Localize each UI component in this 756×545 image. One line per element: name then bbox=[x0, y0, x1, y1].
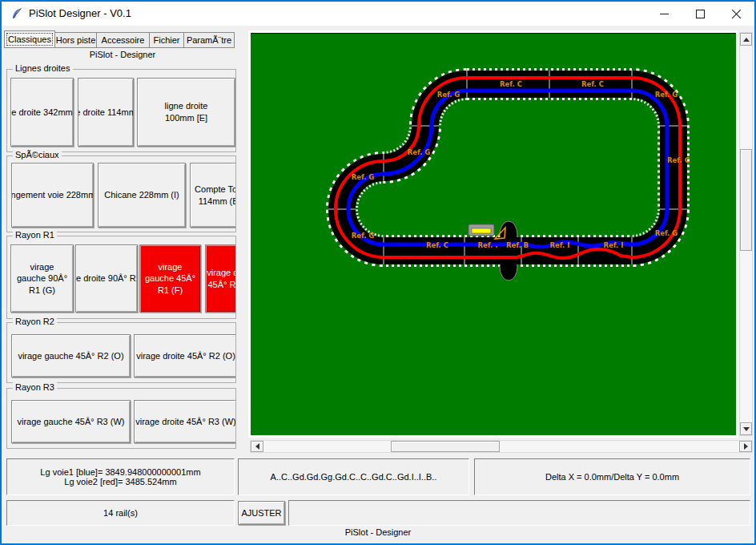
button-ligne-droite-342[interactable]: ligne droite 342mm [C] bbox=[10, 78, 74, 147]
ref-label: Ref. G bbox=[352, 173, 375, 181]
tab-parametre[interactable]: ParamÃ¨tre bbox=[183, 32, 235, 48]
group-rayon-r3-body: virage gauche 45Â° R3 (W) virage droite … bbox=[7, 389, 235, 448]
group-rayon-r2: Rayon R2 virage gauche 45Â° R2 (O) virag… bbox=[6, 322, 236, 383]
arrow-down-icon bbox=[743, 427, 750, 434]
canvas-frame: Ref. C Ref. C Ref. G Ref. G Ref. C Ref. … bbox=[248, 30, 738, 438]
start-piece bbox=[468, 224, 494, 236]
button-virage-droite-90-r1[interactable]: virage droite 90Â° R1 (G) bbox=[75, 244, 138, 313]
ajuster-button[interactable]: AJUSTER bbox=[238, 501, 285, 525]
canvas-area: Ref. C Ref. C Ref. G Ref. G Ref. C Ref. … bbox=[251, 33, 736, 435]
scroll-right-button[interactable] bbox=[739, 441, 752, 452]
lane1-length-text: Lg voie1 [blue]= 3849.948000000001mm bbox=[40, 467, 200, 477]
group-lignes-droites-body: ligne droite 342mm [C] ligne droite 114m… bbox=[7, 70, 235, 151]
button-ligne-droite-100[interactable]: ligne droite 100mm [E] bbox=[137, 78, 235, 147]
canvas-vertical-scrollbar[interactable] bbox=[739, 32, 753, 436]
minimize-icon bbox=[660, 14, 669, 14]
group-rayon-r2-body: virage gauche 45Â° R2 (O) virage droite … bbox=[7, 323, 235, 382]
tab-classiques[interactable]: Classiques bbox=[4, 30, 55, 48]
maximize-button[interactable] bbox=[682, 2, 718, 26]
ref-label: Ref. G bbox=[408, 148, 431, 156]
ref-label: Ref. I bbox=[550, 241, 570, 249]
button-changement-voie[interactable]: Changement voie 228mm (H) bbox=[11, 163, 94, 228]
app-feather-icon bbox=[10, 7, 23, 20]
ref-label: Ref. C bbox=[581, 80, 604, 88]
group-lignes-droites: Lignes droites ligne droite 342mm [C] li… bbox=[6, 69, 236, 152]
ref-label: Ref. I bbox=[604, 241, 624, 249]
maximize-icon bbox=[696, 10, 705, 18]
group-rayon-r1: Rayon R1 virage gauche 90Â° R1 (G) virag… bbox=[6, 236, 236, 319]
tab-bar: Classiques Hors piste Accessoire Fichier… bbox=[5, 30, 235, 48]
tab-accessoire[interactable]: Accessoire bbox=[96, 32, 150, 48]
lane-length-status: Lg voie1 [blue]= 3849.948000000001mm Lg … bbox=[6, 458, 235, 495]
ref-label: Ref. G bbox=[437, 91, 460, 99]
group-speciaux: SpÃ©ciaux Changement voie 228mm (H) Chic… bbox=[6, 155, 236, 232]
delta-text: Delta X = 0.0mm/Delta Y = 0.0mm bbox=[545, 472, 679, 482]
scroll-left-button[interactable] bbox=[251, 441, 263, 452]
window-title: PiSlot Designer - V0.1 bbox=[29, 2, 131, 26]
close-icon bbox=[731, 9, 742, 19]
panel-subtitle: PiSlot - Designer bbox=[5, 50, 240, 59]
group-rayon-r1-body: virage gauche 90Â° R1 (G) virage droite … bbox=[7, 236, 235, 318]
vertical-scroll-thumb[interactable] bbox=[740, 149, 752, 251]
tab-hors-piste[interactable]: Hors piste bbox=[54, 32, 97, 48]
track-canvas[interactable]: Ref. C Ref. C Ref. G Ref. G Ref. C Ref. … bbox=[251, 33, 736, 435]
ref-label: Ref. C bbox=[667, 156, 690, 164]
group-rayon-r3: Rayon R3 virage gauche 45Â° R3 (W) virag… bbox=[6, 388, 236, 449]
button-virage-gauche-45-r2[interactable]: virage gauche 45Â° R2 (O) bbox=[11, 334, 131, 377]
tab-fichier[interactable]: Fichier bbox=[149, 32, 184, 48]
scroll-down-button[interactable] bbox=[740, 422, 752, 435]
scroll-up-button[interactable] bbox=[740, 33, 752, 46]
sequence-text: A..C..Gd.Gd.Gg.Gd.C..C..Gd.C..Gd.I..I..B… bbox=[271, 472, 437, 482]
button-chicane[interactable]: Chicane 228mm (I) bbox=[98, 163, 186, 228]
button-compte-tour[interactable]: Compte Tour 114mm (B) bbox=[190, 163, 235, 228]
ref-label: Ref. C bbox=[500, 80, 522, 88]
ref-label: Ref. C bbox=[426, 241, 448, 249]
button-ligne-droite-114[interactable]: ligne droite 114mm [D] bbox=[78, 78, 134, 147]
arrow-up-icon bbox=[743, 34, 750, 42]
button-virage-gauche-45-r1[interactable]: virage gauche 45Â° R1 (F) bbox=[139, 244, 201, 313]
canvas-horizontal-scrollbar[interactable] bbox=[250, 440, 753, 453]
rail-count-status: 14 rail(s) bbox=[6, 500, 235, 526]
empty-status-box bbox=[288, 500, 750, 526]
ref-label: Ref. G bbox=[352, 232, 375, 240]
app-window: PiSlot Designer - V0.1 Classiques Hors p… bbox=[0, 0, 756, 545]
sequence-status: A..C..Gd.Gd.Gg.Gd.C..C..Gd.C..Gd.I..I..B… bbox=[238, 458, 469, 495]
button-virage-gauche-45-r3[interactable]: virage gauche 45Â° R3 (W) bbox=[11, 400, 131, 443]
button-virage-droite-45-r1[interactable]: virage droite 45Â° R1 (F) bbox=[205, 244, 235, 313]
button-virage-gauche-90-r1[interactable]: virage gauche 90Â° R1 (G) bbox=[10, 244, 74, 313]
minimize-button[interactable] bbox=[646, 2, 682, 26]
button-virage-droite-45-r3[interactable]: virage droite 45Â° R3 (W) bbox=[134, 400, 235, 443]
group-speciaux-body: Changement voie 228mm (H) Chicane 228mm … bbox=[7, 156, 235, 232]
button-virage-droite-45-r2[interactable]: virage droite 45Â° R2 (O) bbox=[134, 334, 235, 377]
horizontal-scroll-thumb[interactable] bbox=[391, 441, 500, 452]
close-button[interactable] bbox=[718, 2, 754, 26]
delta-status: Delta X = 0.0mm/Delta Y = 0.0mm bbox=[474, 458, 750, 495]
footer-label: PiSlot - Designer bbox=[2, 527, 754, 537]
ref-label: Ref. G bbox=[655, 229, 678, 237]
lane2-length-text: Lg voie2 [red]= 3485.524mm bbox=[64, 477, 176, 486]
arrow-left-icon bbox=[252, 443, 259, 450]
rail-count-text: 14 rail(s) bbox=[103, 508, 138, 518]
titlebar: PiSlot Designer - V0.1 bbox=[2, 2, 754, 26]
ref-label: Ref. . bbox=[478, 241, 498, 249]
ref-label: Ref. B bbox=[506, 241, 529, 249]
arrow-right-icon bbox=[744, 443, 751, 450]
ref-label: Ref. G bbox=[655, 91, 678, 99]
